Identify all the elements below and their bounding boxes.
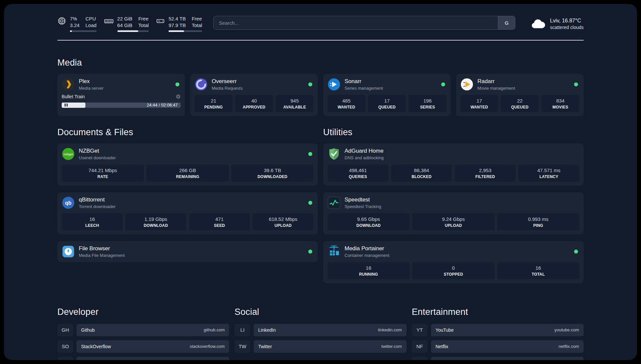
cpu-progress-track <box>70 30 97 32</box>
bookmark-stackoverflow[interactable]: SO StackOverflow stackoverflow.com <box>57 340 229 353</box>
search-input[interactable] <box>214 16 498 29</box>
disk-total-value: 97.9 TB <box>168 22 186 28</box>
cpu-label: CPU <box>85 16 96 21</box>
stat-label: DOWNLOADED <box>233 174 312 179</box>
stat-value: 485 <box>329 98 364 104</box>
radarr-icon <box>460 78 473 91</box>
stat-box: 1.19 Gbps DOWNLOAD <box>125 213 186 230</box>
cpu-widget: 7% 3.24 CPU Load <box>57 16 97 32</box>
stat-value: 39.6 TB <box>233 167 312 173</box>
pause-icon[interactable] <box>65 104 68 106</box>
bookmark-dev[interactable]: DT DEV dev.to <box>57 357 229 360</box>
bookmark-twitter[interactable]: TW Twitter twitter.com <box>234 340 406 353</box>
search-provider-button[interactable]: G <box>498 16 515 29</box>
stat-label: DOWNLOAD <box>127 223 185 228</box>
disk-progress-fill <box>168 30 184 32</box>
service-card-adguard-home[interactable]: AdGuard Home DNS and adblocking 498,461 … <box>323 143 584 186</box>
section-title-developer: Developer <box>57 307 229 317</box>
stat-value: 266 GB <box>148 167 227 173</box>
bookmark-youtube[interactable]: YT YouTube youtube.com <box>412 324 584 336</box>
bookmark-abbr: LI <box>234 324 250 336</box>
service-card-filebrowser[interactable]: File Browser Media File Management <box>57 241 318 262</box>
weather-widget[interactable]: Lviv, 16.87°C scattered clouds <box>531 18 584 30</box>
cpu-load-label: Load <box>85 22 96 28</box>
service-name: Plex <box>79 78 104 85</box>
playback-time: 24:44 / 02:06:47 <box>147 103 178 108</box>
cloud-icon <box>531 18 546 29</box>
bookmark-domain: youtube.com <box>555 327 579 332</box>
overseerr-icon <box>195 78 208 91</box>
bookmark-github[interactable]: GH Github github.com <box>57 324 229 336</box>
section-title-utilities: Utilities <box>323 127 584 137</box>
stat-label: DOWNLOAD <box>329 223 408 228</box>
service-name: Radarr <box>477 78 515 85</box>
service-card-plex[interactable]: Plex Media server Bullet Train ⚙ 24:44 /… <box>57 74 185 116</box>
stat-box: 945 AVAILABLE <box>276 95 314 112</box>
bookmark-abbr: GH <box>57 324 73 336</box>
stat-box: 498,461 QUERIES <box>327 165 388 182</box>
gear-icon[interactable]: ⚙ <box>176 94 181 100</box>
service-name: Overseerr <box>212 78 243 85</box>
stat-value: 945 <box>277 98 312 104</box>
section-title-social: Social <box>234 307 406 317</box>
bookmark-domain: github.com <box>204 327 225 332</box>
service-card-sonarr[interactable]: Sonarr Series management 485 WANTED 17 Q… <box>323 74 451 116</box>
stat-value: 0.993 ms <box>499 216 578 222</box>
stat-label: FILTERED <box>456 174 514 179</box>
stat-label: SEED <box>190 223 249 228</box>
weather-location-temp: Lviv, 16.87°C <box>550 18 584 24</box>
service-name: Media Portainer <box>345 245 389 252</box>
memory-free-label: Free <box>138 16 149 21</box>
stat-value: 17 <box>462 98 497 104</box>
bookmark-abbr: RE <box>412 357 428 360</box>
stat-value: 16 <box>63 216 121 222</box>
service-card-qbittorrent[interactable]: qb qBittorrent Torrent downloader 16 LEE… <box>57 192 318 234</box>
service-card-nzbget[interactable]: nzbget NZBGet Usenet downloader 744.21 M… <box>57 143 318 186</box>
bookmarks-social: Social LI LinkedIn linkedin.com TW Twitt… <box>234 307 406 357</box>
stat-label: UPLOAD <box>413 223 493 228</box>
stat-value: 618.52 Mbps <box>254 216 312 222</box>
topbar: 7% 3.24 CPU Load <box>57 16 584 32</box>
service-name: qBittorrent <box>79 197 115 203</box>
bookmark-netflix[interactable]: NF Netflix netflix.com <box>412 340 584 353</box>
playback-progress-bar[interactable]: 24:44 / 02:06:47 <box>62 103 181 108</box>
service-subtitle: Container management <box>345 253 389 258</box>
memory-total-value: 64 GiB <box>117 22 133 28</box>
stat-box: 17 WANTED <box>460 95 498 112</box>
disk-total-label: Total <box>192 22 202 28</box>
service-card-overseerr[interactable]: Overseerr Media Requests 21 PENDING 40 A… <box>190 74 318 116</box>
stat-value: 471 <box>190 216 249 222</box>
stat-box: 0 STOPPED <box>412 262 494 279</box>
stat-box: 9.24 Gbps UPLOAD <box>412 213 494 230</box>
svg-text:qb: qb <box>65 200 72 206</box>
bookmark-reddit[interactable]: RE Reddit reddit.com <box>412 357 584 360</box>
service-subtitle: Usenet downloader <box>79 155 116 160</box>
qbittorrent-icon: qb <box>62 196 75 209</box>
stat-label: RATE <box>63 174 142 179</box>
status-dot <box>175 82 179 86</box>
speedtest-icon <box>327 196 341 209</box>
now-playing-title: Bullet Train <box>62 94 85 99</box>
service-name: Sonarr <box>345 78 383 85</box>
service-card-speedtest[interactable]: Speedtest Speedtest Tracking 9.65 Gbps D… <box>323 192 584 234</box>
disk-free-value: 52.4 TB <box>168 16 186 21</box>
status-dot <box>441 82 445 86</box>
bookmark-linkedin[interactable]: LI LinkedIn linkedin.com <box>234 324 406 336</box>
status-dot <box>574 82 578 86</box>
cpu-load-value: 3.24 <box>70 22 79 28</box>
service-subtitle: Speedtest Tracking <box>345 204 381 209</box>
stat-value: 17 <box>369 98 405 104</box>
status-dot <box>308 82 312 86</box>
service-card-portainer[interactable]: Media Portainer Container management 16 … <box>323 241 584 283</box>
service-subtitle: Media Requests <box>212 86 243 91</box>
stat-label: QUEUED <box>369 105 405 109</box>
bookmark-name: LinkedIn <box>258 327 276 333</box>
status-dot <box>308 250 312 254</box>
stat-value: 1.19 Gbps <box>127 216 185 222</box>
status-dot <box>308 152 312 156</box>
disk-icon <box>156 16 165 25</box>
service-card-radarr[interactable]: Radarr Movie management 17 WANTED 22 QUE… <box>456 74 584 116</box>
stat-box: 86,384 BLOCKED <box>391 165 452 182</box>
disk-free-label: Free <box>192 16 202 21</box>
nzbget-icon: nzbget <box>62 147 75 161</box>
